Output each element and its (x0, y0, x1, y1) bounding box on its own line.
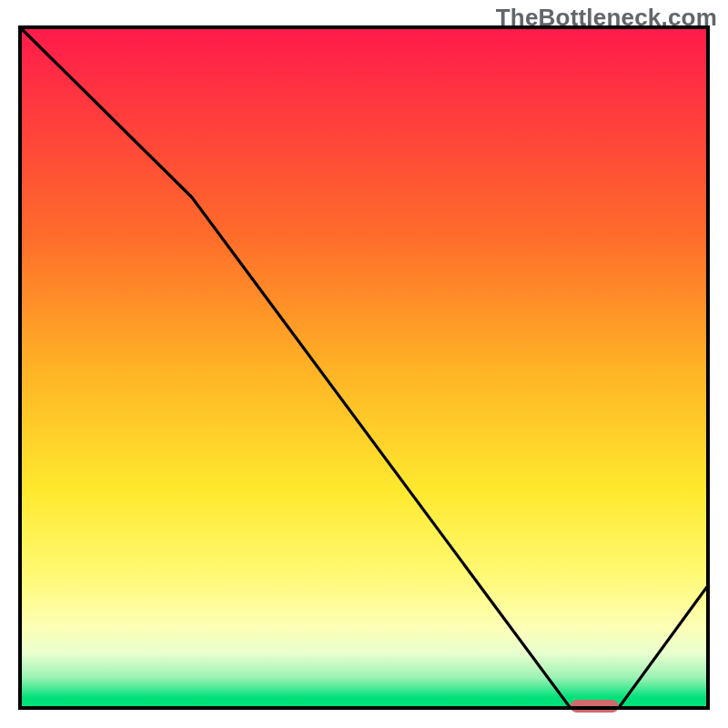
plot-area (20, 27, 708, 713)
bottleneck-chart (0, 0, 728, 728)
watermark-text: TheBottleneck.com (496, 4, 717, 32)
chart-container: TheBottleneck.com (0, 0, 728, 728)
